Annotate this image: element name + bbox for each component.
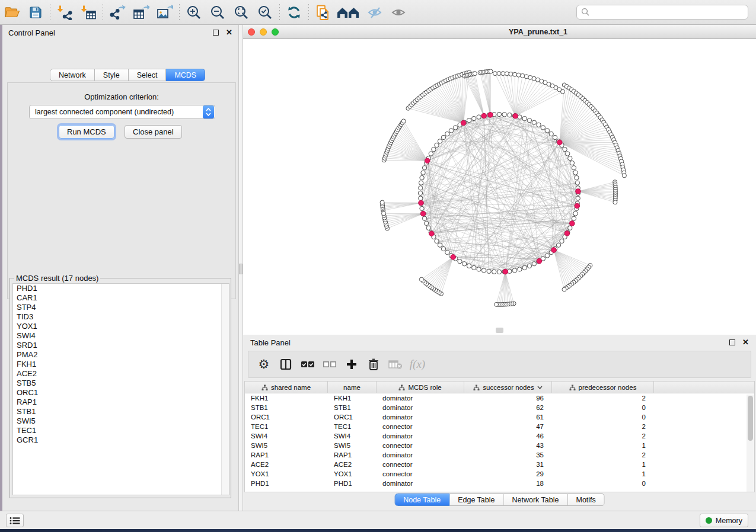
cell-MCDS-role[interactable]: connector bbox=[377, 461, 464, 468]
delete-column-icon[interactable] bbox=[365, 356, 382, 373]
table-row[interactable]: FKH1FKH1dominator962 bbox=[245, 393, 754, 403]
column-header-predecessor-nodes[interactable]: predecessor nodes bbox=[552, 382, 654, 393]
graph-dominator-node[interactable] bbox=[537, 258, 542, 264]
cell-name[interactable]: RAP1 bbox=[328, 451, 377, 459]
graph-dominator-node[interactable] bbox=[488, 113, 493, 118]
graph-dominator-node[interactable] bbox=[569, 221, 575, 226]
graph-dominator-node[interactable] bbox=[557, 140, 562, 145]
graph-node[interactable] bbox=[518, 267, 522, 271]
graph-node[interactable] bbox=[453, 126, 457, 130]
graph-node[interactable] bbox=[424, 221, 428, 225]
zoom-out-icon[interactable] bbox=[206, 3, 229, 22]
graph-node[interactable] bbox=[435, 143, 439, 147]
cell-MCDS-role[interactable]: dominator bbox=[377, 480, 464, 487]
graph-node[interactable] bbox=[429, 152, 433, 156]
graph-node[interactable] bbox=[572, 166, 576, 170]
search-input[interactable] bbox=[576, 5, 748, 20]
result-node-item[interactable]: SRD1 bbox=[13, 341, 229, 350]
graph-node[interactable] bbox=[419, 186, 423, 190]
cell-MCDS-role[interactable]: dominator bbox=[377, 414, 464, 421]
column-header-successor-nodes[interactable]: successor nodes bbox=[464, 382, 552, 393]
graph-node[interactable] bbox=[441, 135, 445, 139]
result-node-item[interactable]: ACE2 bbox=[13, 369, 229, 379]
graph-node[interactable] bbox=[420, 206, 424, 210]
graph-node[interactable] bbox=[467, 118, 471, 122]
graph-node[interactable] bbox=[565, 152, 569, 156]
graph-dominator-node[interactable] bbox=[575, 203, 580, 209]
tab-style[interactable]: Style bbox=[95, 69, 129, 81]
task-history-button[interactable] bbox=[6, 514, 24, 527]
graph-node[interactable] bbox=[401, 119, 406, 123]
graph-dominator-node[interactable] bbox=[451, 255, 456, 260]
table-scrollbar[interactable] bbox=[747, 395, 754, 492]
graph-node[interactable] bbox=[492, 270, 496, 274]
result-node-item[interactable]: RAP1 bbox=[13, 398, 229, 407]
graph-node[interactable] bbox=[573, 211, 578, 216]
graph-node[interactable] bbox=[422, 216, 426, 220]
cell-predecessor-nodes[interactable]: 0 bbox=[552, 480, 654, 487]
graph-node[interactable] bbox=[458, 259, 462, 263]
graph-node[interactable] bbox=[527, 264, 531, 268]
graph-dominator-node[interactable] bbox=[425, 158, 430, 164]
horizontal-splitter-grip[interactable] bbox=[496, 328, 503, 333]
graph-node[interactable] bbox=[435, 239, 439, 243]
graph-node[interactable] bbox=[509, 72, 513, 76]
graph-node[interactable] bbox=[497, 112, 501, 116]
export-network-icon[interactable] bbox=[106, 3, 129, 22]
graph-node[interactable] bbox=[462, 262, 466, 266]
graph-dominator-node[interactable] bbox=[513, 114, 518, 119]
tab-mcds[interactable]: MCDS bbox=[166, 69, 205, 81]
table-row[interactable]: ORC1ORC1dominator610 bbox=[245, 412, 754, 422]
table-row[interactable]: ACE2ACE2connector311 bbox=[245, 460, 754, 469]
graph-node[interactable] bbox=[418, 191, 422, 195]
tab-edge-table[interactable]: Edge Table bbox=[449, 493, 503, 506]
window-maximize-icon[interactable] bbox=[272, 28, 279, 36]
cell-name[interactable]: FKH1 bbox=[328, 395, 377, 402]
cell-name[interactable]: ACE2 bbox=[328, 461, 377, 468]
graph-node[interactable] bbox=[576, 196, 580, 200]
graph-node[interactable] bbox=[541, 126, 545, 130]
cell-name[interactable]: PHD1 bbox=[328, 480, 377, 487]
graph-node[interactable] bbox=[472, 116, 476, 120]
graph-node[interactable] bbox=[501, 72, 505, 76]
graph-node[interactable] bbox=[563, 147, 567, 151]
graph-node[interactable] bbox=[426, 226, 430, 230]
graph-node[interactable] bbox=[441, 246, 445, 251]
cell-name[interactable]: TEC1 bbox=[328, 423, 377, 430]
first-neighbors-icon[interactable] bbox=[335, 3, 363, 22]
graph-node[interactable] bbox=[419, 196, 423, 200]
graph-dominator-node[interactable] bbox=[481, 113, 487, 118]
tab-motifs[interactable]: Motifs bbox=[567, 493, 604, 506]
graph-node[interactable] bbox=[513, 72, 517, 76]
cell-shared-name[interactable]: SWI4 bbox=[245, 432, 328, 440]
graph-node[interactable] bbox=[561, 89, 565, 94]
table-row[interactable]: TEC1TEC1connector472 bbox=[245, 422, 754, 431]
graph-dominator-node[interactable] bbox=[576, 189, 581, 194]
network-window-titlebar[interactable]: YPA_prune.txt_1 bbox=[243, 25, 756, 39]
graph-dominator-node[interactable] bbox=[503, 269, 508, 274]
graph-node[interactable] bbox=[570, 161, 574, 165]
graph-node[interactable] bbox=[380, 200, 384, 204]
graph-node[interactable] bbox=[422, 166, 426, 170]
result-node-item[interactable]: TEC1 bbox=[13, 426, 229, 435]
graph-node[interactable] bbox=[512, 268, 516, 273]
select-all-columns-icon[interactable] bbox=[299, 356, 316, 373]
table-row[interactable]: STB1STB1dominator620 bbox=[245, 403, 754, 412]
tab-network[interactable]: Network bbox=[50, 69, 95, 81]
cell-predecessor-nodes[interactable]: 1 bbox=[552, 442, 654, 449]
result-node-item[interactable]: FKH1 bbox=[13, 360, 229, 369]
graph-node[interactable] bbox=[481, 268, 486, 273]
optimization-criterion-select[interactable]: largest connected component (undirected) bbox=[29, 105, 215, 119]
add-column-icon[interactable] bbox=[343, 356, 360, 373]
graph-node[interactable] bbox=[445, 132, 449, 136]
tab-select[interactable]: Select bbox=[129, 69, 167, 81]
graph-dominator-node[interactable] bbox=[420, 211, 426, 216]
cell-successor-nodes[interactable]: 62 bbox=[464, 404, 552, 411]
run-mcds-button[interactable]: Run MCDS bbox=[59, 125, 114, 139]
graph-node[interactable] bbox=[522, 265, 527, 270]
graph-node[interactable] bbox=[556, 243, 560, 247]
result-node-item[interactable]: PHD1 bbox=[13, 284, 229, 293]
save-session-icon[interactable] bbox=[24, 3, 47, 22]
mcds-result-list[interactable]: PHD1CAR1STP4TID3YOX1SWI4SRD1PMA2FKH1ACE2… bbox=[12, 283, 229, 495]
cell-predecessor-nodes[interactable]: 0 bbox=[552, 414, 654, 421]
